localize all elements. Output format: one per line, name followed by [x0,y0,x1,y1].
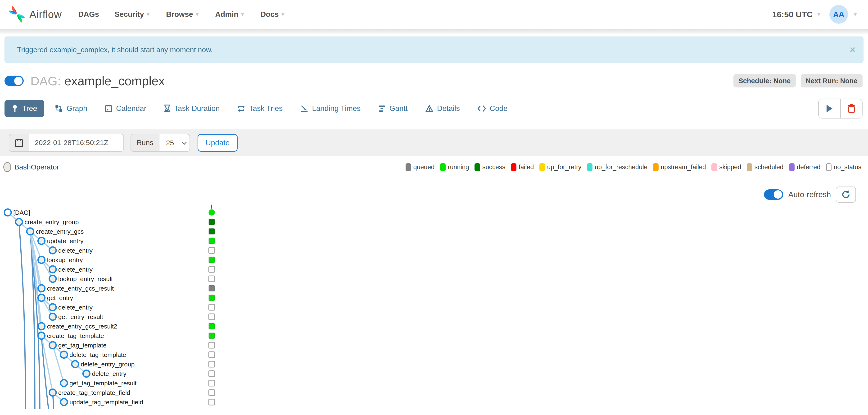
nav-item-dags[interactable]: DAGs [78,10,99,19]
gantt-icon [378,105,385,112]
refresh-button[interactable] [836,186,856,203]
task-status-square[interactable] [209,247,215,254]
alert-banner: Triggered example_complex, it should sta… [4,36,864,63]
task-status-square[interactable] [209,371,215,377]
clock-dropdown[interactable]: 16:50 UTC▼ [772,10,822,19]
status-swatch [474,163,480,171]
task-status-square[interactable] [209,266,215,272]
trigger-dag-button[interactable] [819,99,840,118]
airflow-brand[interactable]: Airflow [8,5,62,24]
task-node[interactable] [38,323,45,330]
task-status-square[interactable] [209,380,215,386]
task-node[interactable] [83,370,90,377]
task-label: create_entry_gcs_result [47,285,114,292]
user-menu[interactable]: AA ▼ [829,5,858,24]
task-status-square[interactable] [209,295,215,301]
task-node[interactable] [49,275,56,282]
tab-landing-times[interactable]: Landing Times [293,100,368,117]
task-label: create_tag_template [47,332,104,339]
tab-tree[interactable]: Tree [4,100,44,117]
task-status-square[interactable] [209,314,215,320]
caret-down-icon: ▼ [240,11,245,17]
dag-prefix: DAG: [31,74,61,88]
status-label: scheduled [754,164,783,171]
task-node[interactable] [72,361,79,367]
calendar-addon[interactable] [9,134,29,152]
status-swatch [747,163,752,171]
task-node[interactable] [38,257,45,263]
status-label: skipped [719,164,741,171]
task-node[interactable] [49,304,56,311]
task-status-square[interactable] [209,304,215,310]
tree-svg: Jan 28, 17:50[DAG]create_entry_groupcrea… [0,204,868,409]
task-node[interactable] [49,342,56,349]
task-node[interactable] [38,237,45,244]
task-status-square[interactable] [209,238,215,244]
task-node[interactable] [49,266,56,273]
dag-pause-toggle[interactable] [4,76,24,86]
close-icon[interactable]: × [850,45,855,55]
task-node[interactable] [38,285,45,292]
avatar[interactable]: AA [829,5,848,24]
task-status-square[interactable] [209,390,215,395]
legend-status-queued: queued [406,163,434,171]
tab-graph[interactable]: Graph [48,100,95,117]
task-status-square[interactable] [209,342,215,348]
num-runs-select[interactable]: 25 [159,134,190,152]
task-node[interactable] [49,313,56,320]
delete-dag-button[interactable] [840,99,862,118]
base-date-input[interactable] [29,134,124,152]
navbar-shadow [0,29,868,34]
status-swatch [539,163,545,171]
task-status-square[interactable] [209,229,215,234]
task-status-square[interactable] [209,352,215,358]
legend-status-upstream_failed: upstream_failed [653,163,706,171]
task-label: lookup_entry [47,257,83,264]
task-node[interactable] [27,228,34,235]
nav-item-security[interactable]: Security▼ [115,10,150,19]
task-node[interactable] [60,398,67,406]
status-label: running [448,164,469,171]
task-node[interactable] [16,218,23,226]
task-status-square[interactable] [209,219,215,225]
code-icon [477,105,486,112]
status-label: failed [519,164,534,171]
status-swatch [511,163,517,171]
task-status-square[interactable] [209,361,215,367]
auto-refresh-label: Auto-refresh [788,190,831,199]
legend-status-skipped: skipped [711,163,741,171]
nav-item-admin[interactable]: Admin▼ [215,10,245,19]
tab-task-duration[interactable]: Task Duration [157,100,227,117]
task-node[interactable] [49,247,56,254]
tab-gantt[interactable]: Gantt [371,100,415,117]
task-node[interactable] [60,380,67,387]
task-node[interactable] [38,332,45,339]
task-node[interactable] [4,209,11,216]
task-label: delete_entry [92,370,126,377]
task-status-square[interactable] [209,323,215,329]
task-status-square[interactable] [209,276,215,282]
tab-details[interactable]: Details [418,100,467,117]
update-button[interactable]: Update [197,134,237,152]
task-status-square[interactable] [209,333,215,339]
task-node[interactable] [60,351,67,358]
nav-item-browse[interactable]: Browse▼ [166,10,200,19]
task-node[interactable] [38,294,45,301]
task-status-square[interactable] [209,399,215,405]
status-label: no_status [834,164,861,171]
task-status-square[interactable] [209,257,215,263]
runs-label: Runs [130,134,159,152]
auto-refresh-toggle[interactable] [764,189,783,200]
task-label: delete_entry_group [81,361,134,368]
nav-item-docs[interactable]: Docs▼ [260,10,285,19]
task-node[interactable] [49,389,56,396]
task-status-square[interactable] [209,285,215,291]
status-label: deferred [797,164,820,171]
tab-task-tries[interactable]: Task Tries [230,100,290,117]
tab-code[interactable]: Code [470,100,515,117]
dag-run-status-circle[interactable] [209,209,215,216]
tab-calendar[interactable]: Calendar [98,100,154,117]
calendar-icon [105,105,112,112]
task-label: get_tag_template [58,342,106,349]
status-label: up_for_reschedule [595,164,647,171]
